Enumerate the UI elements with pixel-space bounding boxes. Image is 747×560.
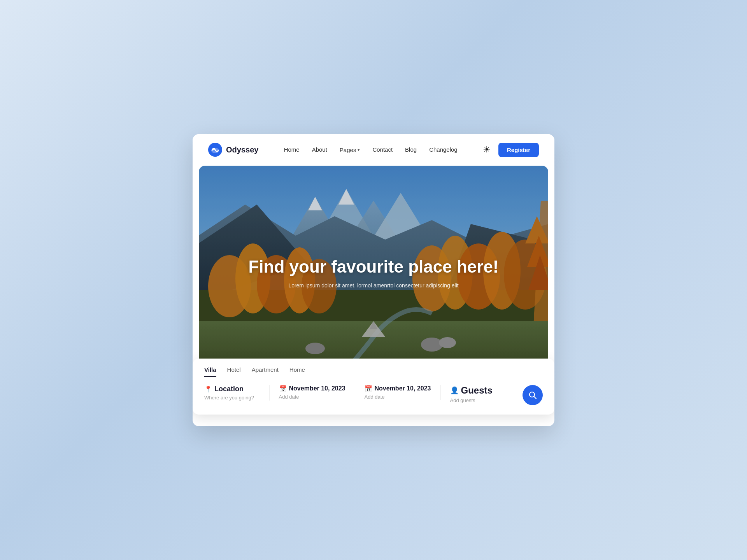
guests-sub[interactable]: Add guests — [450, 397, 506, 403]
guests-field: 👤 Guests Add guests — [441, 385, 515, 403]
logo[interactable]: Odyssey — [208, 143, 258, 157]
location-label: 📍 Location — [204, 385, 260, 393]
tab-apartment[interactable]: Apartment — [252, 366, 279, 377]
nav-blog[interactable]: Blog — [405, 146, 417, 153]
logo-icon — [208, 143, 222, 157]
chevron-down-icon: ▾ — [358, 147, 360, 152]
checkout-field: 📅 November 10, 2023 Add date — [355, 385, 441, 400]
nav-home[interactable]: Home — [284, 146, 300, 153]
nav-links: Home About Pages ▾ Contact Blog Changelo… — [284, 146, 458, 153]
tab-hotel[interactable]: Hotel — [227, 366, 241, 377]
checkin-label: 📅 November 10, 2023 — [279, 385, 345, 392]
tab-villa[interactable]: Villa — [204, 366, 216, 377]
hero-subtitle: Lorem ipsum dolor sit amet, lormol amenr… — [234, 283, 513, 289]
hero-content: Find your favourite place here! Lorem ip… — [234, 257, 513, 289]
hero-section: Find your favourite place here! Lorem ip… — [199, 166, 548, 383]
search-icon — [528, 391, 537, 399]
calendar-icon-checkin: 📅 — [279, 385, 287, 392]
svg-point-2 — [212, 148, 215, 150]
hero-title: Find your favourite place here! — [234, 257, 513, 277]
nav-about[interactable]: About — [312, 146, 327, 153]
sun-icon[interactable]: ☀ — [483, 145, 491, 155]
location-field: 📍 Location Where are you going? — [204, 385, 270, 401]
location-placeholder[interactable]: Where are you going? — [204, 395, 260, 401]
calendar-icon-checkout: 📅 — [365, 385, 372, 392]
search-box: Villa Hotel Apartment Home 📍 Location Wh… — [193, 359, 554, 415]
nav-pages[interactable]: Pages ▾ — [340, 147, 360, 153]
nav-changelog[interactable]: Changelog — [429, 146, 458, 153]
guests-label: 👤 Guests — [450, 385, 506, 396]
main-window: Odyssey Home About Pages ▾ Contact Blog … — [193, 134, 554, 426]
tab-home[interactable]: Home — [289, 366, 305, 377]
nav-contact[interactable]: Contact — [372, 146, 393, 153]
search-button[interactable] — [523, 385, 543, 405]
search-tabs: Villa Hotel Apartment Home — [204, 366, 543, 377]
location-pin-icon: 📍 — [204, 385, 212, 393]
search-button-wrap — [515, 385, 543, 405]
checkin-field: 📅 November 10, 2023 Add date — [270, 385, 355, 400]
nav-right: ☀ Register — [483, 143, 539, 157]
checkout-label: 📅 November 10, 2023 — [365, 385, 431, 392]
register-button[interactable]: Register — [498, 143, 539, 157]
logo-text: Odyssey — [226, 145, 258, 154]
checkin-sub[interactable]: Add date — [279, 394, 345, 400]
checkout-sub[interactable]: Add date — [365, 394, 431, 400]
navbar: Odyssey Home About Pages ▾ Contact Blog … — [193, 134, 554, 166]
svg-line-36 — [534, 396, 537, 399]
hero-wrapper: Find your favourite place here! Lorem ip… — [193, 166, 554, 383]
search-fields: 📍 Location Where are you going? 📅 Novemb… — [204, 385, 543, 405]
person-icon: 👤 — [450, 386, 459, 395]
